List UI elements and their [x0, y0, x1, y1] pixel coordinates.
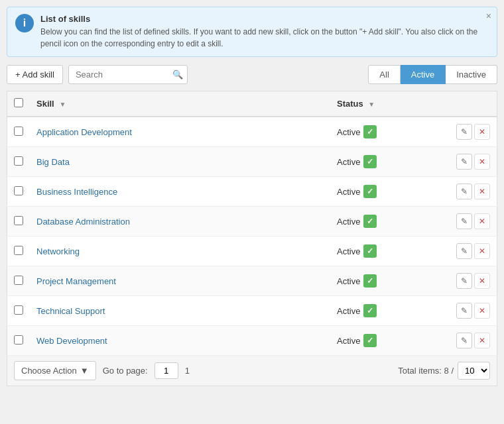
filter-buttons: All Active Inactive — [368, 65, 497, 84]
skill-name: Database Administration — [36, 217, 130, 227]
delete-button[interactable]: ✕ — [474, 213, 490, 229]
row-checkbox[interactable] — [14, 305, 23, 315]
row-status-cell: Active ✓ — [330, 326, 450, 356]
row-checkbox-cell — [7, 296, 31, 326]
status-check-icon[interactable]: ✓ — [363, 274, 377, 288]
table-row: Database Administration Active ✓ ✎ ✕ — [7, 207, 497, 237]
table-row: Application Development Active ✓ ✎ ✕ — [7, 117, 497, 147]
filter-all-button[interactable]: All — [368, 65, 400, 84]
row-skill-cell: Project Management — [30, 266, 330, 296]
row-checkbox[interactable] — [14, 156, 23, 166]
status-label: Active — [337, 187, 360, 197]
per-page-select[interactable]: 10 25 50 — [458, 362, 490, 380]
status-check-icon[interactable]: ✓ — [363, 334, 377, 347]
header-status-label: Status — [337, 99, 363, 109]
skill-name: Networking — [36, 246, 80, 256]
skill-name: Business Intelligence — [36, 187, 117, 197]
choose-action-caret: ▼ — [80, 366, 89, 376]
page-input[interactable] — [155, 362, 178, 379]
table-row: Networking Active ✓ ✎ ✕ — [7, 237, 497, 266]
row-checkbox[interactable] — [14, 127, 23, 136]
skill-name: Technical Support — [36, 306, 105, 316]
status-badge: Active ✓ — [337, 155, 377, 168]
status-badge: Active ✓ — [337, 334, 377, 347]
edit-button[interactable]: ✎ — [456, 243, 472, 259]
choose-action-button[interactable]: Choose Action ▼ — [14, 361, 96, 380]
action-buttons: ✎ ✕ — [456, 184, 490, 199]
table-body: Application Development Active ✓ ✎ ✕ Big… — [7, 117, 497, 356]
table-row: Project Management Active ✓ ✎ ✕ — [7, 266, 497, 296]
skill-sort-icon[interactable]: ▼ — [59, 101, 66, 108]
add-skill-button[interactable]: + Add skill — [7, 65, 63, 84]
status-check-icon[interactable]: ✓ — [363, 185, 377, 198]
search-icon: 🔍 — [172, 70, 183, 80]
header-skill-label: Skill — [36, 99, 54, 109]
search-input[interactable] — [68, 65, 188, 84]
row-status-cell: Active ✓ — [330, 266, 450, 296]
status-badge: Active ✓ — [337, 274, 377, 288]
delete-button[interactable]: ✕ — [474, 303, 490, 319]
page-wrapper: i List of skills Below you can find the … — [0, 0, 504, 424]
header-status: Status ▼ — [330, 91, 450, 117]
row-checkbox[interactable] — [14, 186, 23, 195]
skill-name: Application Development — [36, 127, 132, 137]
table-footer: Choose Action ▼ Go to page: 1 Total item… — [7, 356, 497, 386]
edit-button[interactable]: ✎ — [456, 184, 472, 199]
header-actions — [450, 91, 497, 117]
header-checkbox-cell — [7, 91, 31, 117]
info-icon: i — [15, 14, 34, 32]
status-label: Active — [337, 157, 360, 167]
edit-button[interactable]: ✎ — [456, 213, 472, 229]
filter-active-button[interactable]: Active — [401, 65, 446, 84]
status-label: Active — [337, 127, 360, 137]
close-button[interactable]: × — [486, 11, 491, 21]
action-buttons: ✎ ✕ — [456, 154, 490, 170]
row-skill-cell: Application Development — [30, 117, 330, 147]
delete-button[interactable]: ✕ — [474, 273, 490, 289]
status-check-icon[interactable]: ✓ — [363, 215, 377, 228]
delete-button[interactable]: ✕ — [474, 243, 490, 259]
row-status-cell: Active ✓ — [330, 207, 450, 237]
status-check-icon[interactable]: ✓ — [363, 155, 377, 168]
delete-button[interactable]: ✕ — [474, 333, 490, 348]
row-skill-cell: Technical Support — [30, 296, 330, 326]
status-check-icon[interactable]: ✓ — [363, 125, 377, 138]
row-status-cell: Active ✓ — [330, 177, 450, 207]
edit-button[interactable]: ✎ — [456, 154, 472, 170]
status-badge: Active ✓ — [337, 304, 377, 317]
status-check-icon[interactable]: ✓ — [363, 244, 377, 258]
skill-name: Big Data — [36, 157, 70, 167]
filter-inactive-button[interactable]: Inactive — [446, 65, 497, 84]
delete-button[interactable]: ✕ — [474, 154, 490, 170]
total-pages: 1 — [185, 366, 190, 376]
info-title: List of skills — [40, 14, 489, 24]
table-row: Big Data Active ✓ ✎ ✕ — [7, 147, 497, 177]
row-checkbox[interactable] — [14, 276, 23, 285]
status-label: Active — [337, 276, 360, 286]
edit-button[interactable]: ✎ — [456, 273, 472, 289]
row-checkbox[interactable] — [14, 335, 23, 344]
status-label: Active — [337, 336, 360, 346]
row-checkbox-cell — [7, 117, 31, 147]
edit-button[interactable]: ✎ — [456, 124, 472, 140]
delete-button[interactable]: ✕ — [474, 124, 490, 140]
row-actions-cell: ✎ ✕ — [450, 177, 497, 207]
row-actions-cell: ✎ ✕ — [450, 117, 497, 147]
status-check-icon[interactable]: ✓ — [363, 304, 377, 317]
row-skill-cell: Networking — [30, 237, 330, 266]
row-actions-cell: ✎ ✕ — [450, 326, 497, 356]
row-actions-cell: ✎ ✕ — [450, 237, 497, 266]
edit-button[interactable]: ✎ — [456, 333, 472, 348]
row-checkbox-cell — [7, 207, 31, 237]
go-to-page-label: Go to page: — [103, 366, 148, 376]
delete-button[interactable]: ✕ — [474, 184, 490, 199]
select-all-checkbox[interactable] — [14, 98, 23, 107]
row-status-cell: Active ✓ — [330, 117, 450, 147]
row-checkbox[interactable] — [14, 246, 23, 255]
status-sort-icon[interactable]: ▼ — [368, 101, 375, 108]
row-status-cell: Active ✓ — [330, 237, 450, 266]
row-checkbox[interactable] — [14, 216, 23, 225]
edit-button[interactable]: ✎ — [456, 303, 472, 319]
skills-table: Skill ▼ Status ▼ Application Development — [7, 91, 497, 356]
row-skill-cell: Web Development — [30, 326, 330, 356]
